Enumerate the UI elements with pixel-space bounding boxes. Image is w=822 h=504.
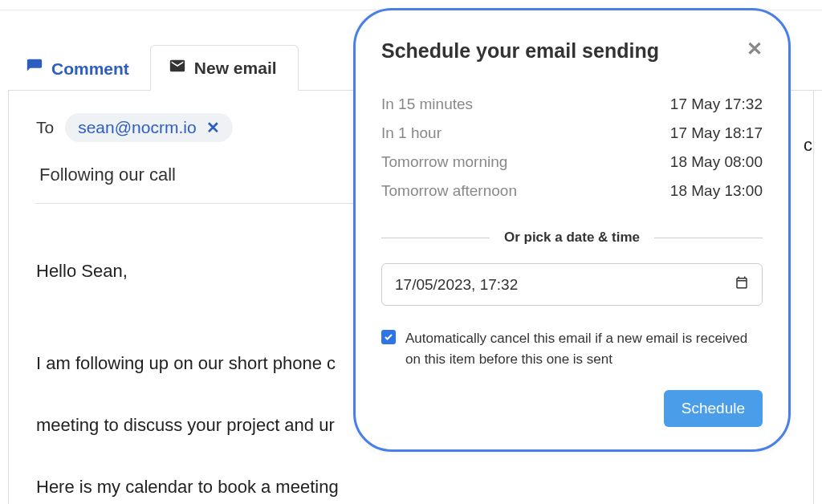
tab-new-email-label: New email [194,59,277,78]
preset-label: In 15 minutes [381,96,473,113]
auto-cancel-row[interactable]: Automatically cancel this email if a new… [381,328,763,369]
preset-option[interactable]: In 15 minutes 17 May 17:32 [381,90,763,119]
truncated-text-c: c [804,135,812,156]
preset-label: Tomorrow afternoon [381,182,517,200]
preset-time: 18 May 08:00 [670,153,763,171]
comment-icon [26,58,43,79]
body-line-3: meeting to discuss your project and ur [36,415,335,435]
divider: Or pick a date & time [381,230,763,246]
preset-option[interactable]: In 1 hour 17 May 18:17 [381,119,763,148]
popover-title: Schedule your email sending [381,39,659,63]
preset-label: In 1 hour [381,124,442,142]
recipient-email: sean@nocrm.io [78,118,196,137]
remove-recipient-icon[interactable]: ✕ [206,118,220,137]
tab-comment-label: Comment [51,59,129,79]
auto-cancel-label: Automatically cancel this email if a new… [405,328,763,369]
body-line-2: I am following up on our short phone c [36,353,336,373]
popover-footer: Schedule [381,390,763,427]
recipient-chip[interactable]: sean@nocrm.io ✕ [65,113,232,142]
preset-option[interactable]: Tomorrow afternoon 18 May 13:00 [381,177,763,205]
schedule-button-label: Schedule [682,400,745,417]
preset-time: 17 May 18:17 [670,124,763,142]
datetime-input[interactable]: 17/05/2023, 17:32 [381,263,763,306]
tab-new-email[interactable]: New email [150,45,299,91]
schedule-popover: Schedule your email sending ✕ In 15 minu… [353,8,791,452]
preset-option[interactable]: Tomorrow morning 18 May 08:00 [381,148,763,177]
auto-cancel-checkbox[interactable] [381,330,396,344]
body-line-1: Hello Sean, [36,261,128,281]
calendar-icon [735,275,749,294]
preset-label: Tomorrow morning [381,153,507,171]
preset-time: 17 May 17:32 [670,96,763,113]
close-icon[interactable]: ✕ [747,39,763,59]
divider-text: Or pick a date & time [504,230,640,246]
subject-text: Following our call [39,165,176,185]
envelope-icon [169,57,186,79]
datetime-value: 17/05/2023, 17:32 [395,276,518,294]
preset-time: 18 May 13:00 [670,182,763,200]
divider-line [381,238,490,238]
to-label: To [36,118,54,137]
divider-line [654,238,763,238]
tab-comment[interactable]: Comment [8,47,150,91]
schedule-button[interactable]: Schedule [664,390,763,427]
body-line-4: Here is my calendar to book a meeting [36,477,339,497]
preset-list: In 15 minutes 17 May 17:32 In 1 hour 17 … [381,90,763,205]
